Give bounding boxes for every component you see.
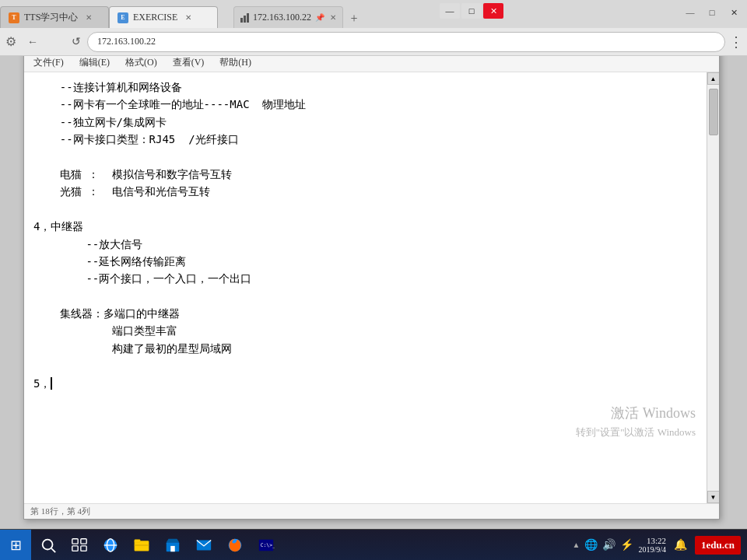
tab-tts-label: TTS学习中心 — [24, 11, 78, 24]
first-win-close[interactable]: ✕ — [724, 5, 744, 20]
nav-refresh[interactable]: ↺ — [65, 31, 87, 53]
notepad-content-area: --连接计算机和网络设备 --网卡有一个全球唯一的地址----MAC 物理地址 … — [24, 72, 719, 503]
notepad-menubar: 文件(F) 编辑(E) 格式(O) 查看(V) 帮助(H) — [24, 54, 719, 72]
taskbar-tray: ▲ 🌐 🔊 ⚡ 13:22 2019/9/4 🔔 1edu.cn — [573, 536, 747, 555]
tray-clock: 13:22 — [638, 536, 666, 545]
tab-exercise-favicon: E — [117, 12, 128, 23]
tab-ip[interactable]: 172.163.100.22 📌 ✕ — [233, 6, 343, 28]
scrollbar-track[interactable] — [708, 85, 719, 491]
tab-new-button[interactable]: + — [345, 9, 363, 28]
menu-file[interactable]: 文件(F) — [27, 54, 70, 71]
tab-exercise-label: EXERCISE — [133, 12, 177, 23]
settings-icon[interactable]: ⚙ — [0, 31, 22, 53]
notepad-statusbar: 第 18行，第 4列 — [24, 503, 719, 519]
taskbar-firefox[interactable] — [221, 531, 249, 559]
second-browser-tabs: 172.163.100.22 📌 ✕ + — □ ✕ — [233, 0, 363, 28]
taskbar-mail[interactable] — [190, 531, 218, 559]
first-browser-controls: — □ ✕ — [680, 5, 744, 20]
browser-menu-btn[interactable]: ⋮ — [725, 31, 747, 53]
tab-exercise-close[interactable]: ✕ — [185, 13, 191, 22]
nav-forward[interactable] — [44, 31, 65, 53]
first-win-min[interactable]: — — [680, 5, 700, 20]
menu-edit[interactable]: 编辑(E) — [73, 54, 116, 71]
tab-exercise[interactable]: E EXERCISE ✕ — [109, 6, 218, 28]
tab-ip-favicon — [240, 13, 249, 23]
notepad-window: NTD1905 NETEXP DAY02.txt - 记事本 — □ ✕ 文件(… — [23, 30, 720, 520]
tab-tts-favicon: T — [9, 12, 19, 23]
notepad-scrollbar[interactable]: ▲ ▼ — [707, 72, 719, 503]
tray-chevron[interactable]: ▲ — [573, 541, 580, 549]
second-win-max[interactable]: □ — [461, 3, 482, 19]
nav-back[interactable]: ← — [22, 31, 44, 53]
taskbar-terminal[interactable]: C:\>_ — [252, 531, 280, 559]
iedu-branding: 1edu.cn — [695, 536, 741, 555]
svg-point-6 — [43, 539, 53, 549]
taskbar-icons: C:\>_ — [31, 531, 283, 559]
second-win-close[interactable]: ✕ — [483, 3, 503, 19]
taskbar-store[interactable] — [159, 531, 187, 559]
svg-rect-9 — [81, 538, 86, 543]
svg-rect-11 — [81, 545, 86, 550]
statusbar-text: 第 18行，第 4列 — [30, 506, 90, 517]
taskbar-explorer[interactable] — [128, 531, 156, 559]
tray-battery[interactable]: ⚡ — [620, 538, 633, 551]
second-win-min[interactable]: — — [440, 3, 460, 19]
first-win-max[interactable]: □ — [702, 5, 722, 20]
taskbar-ie[interactable] — [96, 531, 124, 559]
svg-rect-17 — [135, 544, 149, 546]
svg-rect-19 — [170, 545, 175, 551]
scrollbar-thumb[interactable] — [709, 89, 718, 135]
tray-network[interactable]: 🌐 — [584, 538, 598, 551]
tab-ip-pin: 📌 — [315, 13, 324, 22]
scrollbar-down[interactable]: ▼ — [707, 491, 720, 503]
svg-rect-16 — [135, 539, 140, 542]
notepad-text[interactable]: --连接计算机和网络设备 --网卡有一个全球唯一的地址----MAC 物理地址 … — [24, 72, 707, 503]
address-text: 172.163.100.22 — [97, 36, 156, 47]
taskbar-taskview[interactable] — [65, 531, 93, 559]
tray-time[interactable]: 13:22 2019/9/4 — [638, 536, 666, 554]
browser-toolbar: ⚙ ← ↺ 172.163.100.22 ⋮ — [0, 28, 747, 56]
svg-rect-8 — [72, 538, 78, 543]
tab-tts[interactable]: T TTS学习中心 ✕ — [0, 6, 109, 28]
second-browser-controls: — □ ✕ — [440, 3, 503, 19]
tab-ip-label: 172.163.100.22 — [253, 12, 311, 23]
tray-sound[interactable]: 🔊 — [602, 538, 615, 551]
svg-text:C:\>_: C:\>_ — [261, 541, 275, 548]
menu-help[interactable]: 帮助(H) — [213, 54, 258, 71]
tray-notification[interactable]: 🔔 — [674, 538, 687, 551]
taskbar: ⊞ — [0, 529, 747, 560]
menu-view[interactable]: 查看(V) — [167, 54, 211, 71]
tray-date: 2019/9/4 — [638, 545, 666, 554]
address-bar[interactable]: 172.163.100.22 — [87, 32, 725, 52]
start-button[interactable]: ⊞ — [0, 530, 31, 561]
scrollbar-up[interactable]: ▲ — [707, 72, 720, 85]
tab-tts-close[interactable]: ✕ — [86, 13, 92, 22]
svg-rect-10 — [72, 545, 78, 550]
svg-line-7 — [51, 548, 55, 552]
taskbar-search[interactable] — [34, 531, 62, 559]
browser-tab-bar: T TTS学习中心 ✕ E EXERCISE ✕ 172.163.100.22 … — [0, 0, 747, 28]
tab-ip-close[interactable]: ✕ — [330, 13, 336, 22]
menu-format[interactable]: 格式(O) — [119, 54, 163, 71]
